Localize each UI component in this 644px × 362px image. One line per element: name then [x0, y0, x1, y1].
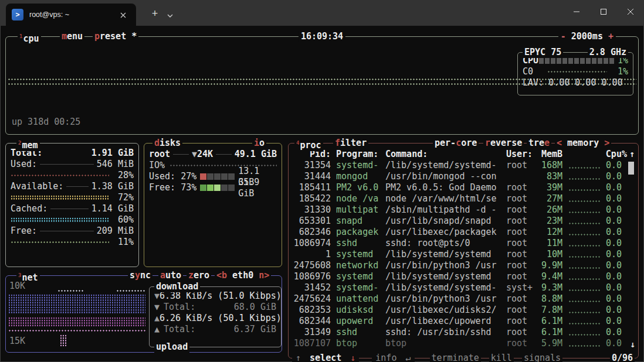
tab-title: root@vps: ~: [29, 11, 116, 19]
cpu-history-meter: [568, 233, 600, 236]
cpu-history-meter: [568, 300, 600, 303]
uptime: up 318d 00:25: [12, 117, 80, 128]
cpu-history-meter: [568, 255, 600, 258]
disk-used-meter: [200, 173, 235, 180]
titlebar: > root@vps: ~ +: [0, 0, 644, 26]
process-row[interactable]: 1086976 systemd /lib/systemd/systemd roo…: [289, 271, 638, 282]
scroll-down-icon[interactable]: ↓: [630, 339, 635, 350]
process-row[interactable]: 653301 snapd /usr/lib/snapd/snapd root 2…: [289, 216, 638, 227]
process-row[interactable]: 31452 systemd- /lib/systemd/systemd- sys…: [289, 282, 638, 293]
net-sync-toggle[interactable]: sync: [128, 270, 152, 281]
cpu-history-meter: [568, 166, 600, 169]
process-row[interactable]: 31354 systemd- /lib/systemd/systemd- roo…: [289, 160, 638, 171]
cpu-stats-title: EPYC 75 2.8 GHz: [523, 47, 628, 58]
terminate-button[interactable]: terminate: [430, 353, 481, 362]
process-row[interactable]: 1 systemd /lib/systemd/systemd root 10M …: [289, 249, 638, 260]
upload-arrow-icon: ▲: [154, 324, 164, 335]
net-interface-switcher[interactable]: <b eth0 n>: [215, 270, 271, 281]
load-average-row: LAV: 0.00 0.00 0.00: [523, 77, 628, 88]
net-box: 3net sync auto zero <b eth0 n> 10K 15K d…: [5, 275, 282, 353]
mem-used-row: Used:546 MiB: [11, 159, 134, 170]
mem-cached-row: Cached:1.14 GiB: [11, 203, 134, 214]
download-title: download: [154, 281, 200, 292]
download-graph: [8, 294, 145, 314]
process-row[interactable]: 31330 multipat /sbin/multipathd -d - roo…: [289, 204, 638, 216]
cpu-history-meter: [568, 222, 600, 225]
signals-button[interactable]: signals: [522, 353, 562, 362]
disk-root-row: root ▼24K 49.1 GiB: [149, 149, 277, 160]
process-row[interactable]: 1086974 sshd sshd: root@pts/0 root 11M 0…: [289, 238, 638, 249]
interval-plus-button[interactable]: +: [608, 31, 614, 42]
mem-box-title: 2mem: [16, 138, 40, 151]
available-meter: [11, 195, 109, 200]
clock: 16:09:34: [299, 31, 345, 42]
cpu-history-meter: [568, 278, 600, 281]
filter-button[interactable]: filter: [333, 138, 368, 149]
upload-title: upload: [154, 341, 189, 353]
menu-button[interactable]: menu: [60, 31, 84, 42]
cpu-box-title: 1cpu: [18, 31, 41, 45]
cpu-history-meter: [568, 267, 600, 269]
upload-total: 6.37 GiB: [234, 324, 276, 335]
tab-dropdown-icon[interactable]: [167, 9, 174, 21]
proc-box-title: 4proc: [294, 138, 323, 151]
process-row[interactable]: 185411 PM2 v6.0 PM2 v6.0.5: God Daemo ro…: [289, 182, 638, 193]
interval-minus-button[interactable]: -: [561, 31, 566, 42]
proc-footer: ↑ select ↓ info ↵ terminate kill signals…: [292, 353, 635, 362]
io-toggle[interactable]: io: [252, 138, 266, 149]
select-control[interactable]: ↑ select ↓: [292, 353, 359, 362]
kill-button[interactable]: kill: [489, 353, 514, 362]
cpu-stats-box: EPYC 75 2.8 GHz CPU 1% C0 1% LAV: 0.00 0…: [517, 52, 633, 95]
mem-cached-meter-row: 60%: [11, 214, 134, 226]
new-tab-button[interactable]: +: [145, 5, 164, 22]
minimize-button[interactable]: [563, 0, 590, 23]
upload-graph-spike: [60, 334, 67, 346]
upload-graph-low: [8, 329, 145, 332]
terminal-icon: >: [12, 9, 23, 21]
disks-box: disks io root ▼24K 49.1 GiB IO% Used: 27…: [144, 143, 282, 267]
download-upload-box: download ▼ 6.38 KiB/s (51.0 Kibps) ▼ Tot…: [149, 286, 282, 347]
cpu-history-meter: [568, 289, 600, 292]
process-row[interactable]: 185422 node /va node /var/www/html/se ro…: [289, 193, 638, 204]
maximize-button[interactable]: [590, 0, 617, 23]
cpu-core-row: C0 1%: [523, 66, 628, 77]
process-row[interactable]: 31444 mongod /usr/bin/mongod --con 83M 0…: [289, 171, 638, 182]
preset-button[interactable]: preset *: [93, 31, 138, 42]
mem-box: 2mem Total:1.91 GiB Used:546 MiB 28% Ava…: [5, 143, 139, 267]
net-zero-toggle[interactable]: zero: [187, 270, 211, 281]
free-meter: [11, 241, 109, 244]
cpu-model: EPYC 75: [523, 47, 563, 58]
mem-free-row: Free:209 MiB: [11, 226, 134, 237]
per-core-toggle[interactable]: per-core: [433, 138, 479, 149]
scrollbar-thumb[interactable]: [628, 162, 634, 175]
terminal-tab[interactable]: > root@vps: ~: [6, 4, 136, 26]
update-interval: - 2000ms +: [558, 31, 616, 42]
process-row[interactable]: 682344 upowerd /usr/libexec/upowerd root…: [289, 316, 638, 327]
cached-meter: [11, 217, 109, 223]
process-row[interactable]: 2475624 unattend /usr/bin/python3 /usr r…: [289, 293, 638, 305]
process-row[interactable]: 682346 packagek /usr/libexec/packagek ro…: [289, 227, 638, 238]
net-scale-bottom: 15K: [9, 336, 25, 347]
close-button[interactable]: [617, 0, 644, 23]
cpu-history-meter: [568, 200, 600, 203]
sort-selector[interactable]: < memory >: [555, 138, 611, 149]
disks-box-title[interactable]: disks: [152, 138, 182, 149]
process-row[interactable]: 682353 udisksd /usr/libexec/udisks2/ roo…: [289, 305, 638, 316]
tree-toggle[interactable]: tree: [527, 138, 551, 149]
info-button[interactable]: info ↵: [372, 353, 414, 362]
process-row[interactable]: 2475608 networkd /usr/bin/python3 /usr r…: [289, 260, 638, 271]
tab-close-icon[interactable]: [116, 9, 130, 21]
sort-direction-icon[interactable]: ↑: [629, 149, 635, 160]
process-row[interactable]: 1087107 btop btop root 5.9M 0.0: [289, 338, 638, 349]
reverse-toggle[interactable]: reverse: [483, 138, 524, 149]
proc-box: 4proc filter per-core reverse tree < mem…: [288, 143, 639, 358]
upload-arrow-icon: ▲: [154, 313, 160, 324]
cpu-frequency: 2.8 GHz: [588, 47, 628, 58]
download-graph-peak: [57, 289, 83, 292]
mem-available-row: Available:1.38 GiB: [11, 181, 134, 192]
cpu-history-meter: [568, 244, 600, 247]
upload-graph: [8, 317, 145, 327]
net-auto-toggle[interactable]: auto: [158, 270, 183, 281]
process-row[interactable]: 31349 sshd sshd: /usr/sbin/sshd root 6.1…: [289, 327, 638, 338]
mem-used-meter-row: 28%: [11, 170, 134, 181]
